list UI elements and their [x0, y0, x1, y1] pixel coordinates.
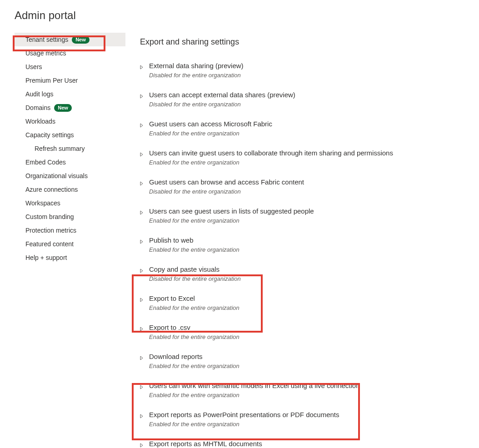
setting-status: Enabled for the entire organization — [149, 217, 470, 225]
sidebar-item-2[interactable]: Users — [15, 60, 125, 74]
setting-item-3[interactable]: Users can invite guest users to collabor… — [140, 145, 470, 174]
expand-icon — [140, 207, 149, 225]
sidebar: Tenant settingsNewUsage metricsUsersPrem… — [15, 31, 125, 448]
sidebar-item-16[interactable]: Help + support — [15, 251, 125, 264]
sidebar-item-0[interactable]: Tenant settingsNew — [15, 33, 125, 46]
setting-status: Disabled for the entire organization — [149, 71, 470, 80]
sidebar-item-7[interactable]: Capacity settings — [15, 128, 125, 142]
setting-status: Enabled for the entire organization — [149, 420, 470, 428]
setting-text: Export to ExcelEnabled for the entire or… — [149, 294, 470, 312]
sidebar-item-label: Workspaces — [25, 199, 60, 207]
sidebar-item-5[interactable]: DomainsNew — [15, 101, 125, 114]
setting-item-4[interactable]: Guest users can browse and access Fabric… — [140, 174, 470, 203]
sidebar-item-label: Featured content — [25, 240, 74, 248]
setting-item-11[interactable]: Users can work with semantic models in E… — [140, 378, 470, 407]
sidebar-item-15[interactable]: Featured content — [15, 237, 125, 251]
expand-icon — [140, 410, 149, 428]
setting-status: Disabled for the entire organization — [149, 275, 470, 283]
sidebar-item-label: Refresh summary — [35, 144, 85, 153]
setting-label: Export to Excel — [149, 294, 470, 303]
setting-item-13[interactable]: Export reports as MHTML documentsEnabled… — [140, 436, 470, 448]
setting-status: Disabled for the entire organization — [149, 188, 470, 196]
setting-status: Enabled for the entire organization — [149, 129, 470, 138]
setting-item-0[interactable]: External data sharing (preview)Disabled … — [140, 58, 470, 87]
sidebar-item-14[interactable]: Protection metrics — [15, 224, 125, 237]
sidebar-item-12[interactable]: Workspaces — [15, 196, 125, 210]
setting-label: Publish to web — [149, 236, 470, 245]
sidebar-item-label: Workloads — [25, 117, 55, 125]
main-content: Export and sharing settings External dat… — [125, 31, 479, 448]
setting-label: Download reports — [149, 352, 470, 361]
setting-text: Export to .csvEnabled for the entire org… — [149, 323, 470, 341]
sidebar-item-label: Embed Codes — [25, 158, 66, 166]
expand-icon — [140, 352, 149, 370]
setting-text: Users can invite guest users to collabor… — [149, 149, 470, 167]
setting-item-8[interactable]: Export to ExcelEnabled for the entire or… — [140, 290, 470, 319]
setting-item-2[interactable]: Guest users can access Microsoft FabricE… — [140, 116, 470, 145]
sidebar-item-label: Audit logs — [25, 90, 53, 98]
new-badge: New — [72, 36, 90, 44]
setting-text: Users can accept external data shares (p… — [149, 90, 470, 109]
sidebar-item-label: Capacity settings — [25, 131, 74, 139]
setting-status: Enabled for the entire organization — [149, 333, 470, 341]
setting-item-6[interactable]: Publish to webEnabled for the entire org… — [140, 232, 470, 261]
setting-label: Export reports as PowerPoint presentatio… — [149, 410, 470, 419]
setting-item-1[interactable]: Users can accept external data shares (p… — [140, 87, 470, 116]
setting-label: Guest users can browse and access Fabric… — [149, 178, 470, 187]
setting-text: Guest users can access Microsoft FabricE… — [149, 119, 470, 138]
setting-label: External data sharing (preview) — [149, 61, 470, 70]
page-title: Admin portal — [15, 9, 479, 22]
sidebar-item-6[interactable]: Workloads — [15, 114, 125, 128]
expand-icon — [140, 294, 149, 312]
setting-text: Users can see guest users in lists of su… — [149, 207, 470, 225]
setting-label: Users can see guest users in lists of su… — [149, 207, 470, 216]
setting-status: Enabled for the entire organization — [149, 391, 470, 399]
expand-icon — [140, 381, 149, 399]
sidebar-item-8[interactable]: Refresh summary — [15, 142, 125, 155]
sidebar-item-13[interactable]: Custom branding — [15, 210, 125, 224]
sidebar-item-label: Domains — [25, 104, 50, 112]
setting-label: Copy and paste visuals — [149, 265, 470, 274]
sidebar-item-label: Users — [25, 63, 42, 71]
setting-status: Enabled for the entire organization — [149, 246, 470, 254]
setting-text: Download reportsEnabled for the entire o… — [149, 352, 470, 370]
sidebar-item-label: Tenant settings — [25, 35, 68, 44]
setting-text: Copy and paste visualsDisabled for the e… — [149, 265, 470, 283]
sidebar-item-10[interactable]: Organizational visuals — [15, 169, 125, 183]
sidebar-item-label: Custom branding — [25, 213, 74, 221]
setting-label: Users can invite guest users to collabor… — [149, 149, 470, 158]
setting-status: Enabled for the entire organization — [149, 362, 470, 370]
setting-label: Guest users can access Microsoft Fabric — [149, 119, 470, 129]
setting-item-12[interactable]: Export reports as PowerPoint presentatio… — [140, 407, 470, 436]
expand-icon — [140, 323, 149, 341]
setting-status: Disabled for the entire organization — [149, 100, 470, 109]
expand-icon — [140, 178, 149, 196]
new-badge: New — [54, 104, 72, 112]
sidebar-item-label: Protection metrics — [25, 226, 76, 234]
expand-icon — [140, 149, 149, 167]
setting-item-9[interactable]: Export to .csvEnabled for the entire org… — [140, 319, 470, 348]
setting-item-5[interactable]: Users can see guest users in lists of su… — [140, 203, 470, 232]
sidebar-item-label: Usage metrics — [25, 49, 66, 57]
setting-text: Guest users can browse and access Fabric… — [149, 178, 470, 196]
expand-icon — [140, 439, 149, 448]
sidebar-item-label: Premium Per User — [25, 76, 78, 85]
sidebar-item-label: Help + support — [25, 254, 67, 262]
sidebar-item-1[interactable]: Usage metrics — [15, 46, 125, 60]
sidebar-item-11[interactable]: Azure connections — [15, 183, 125, 196]
expand-icon — [140, 61, 149, 80]
expand-icon — [140, 119, 149, 138]
expand-icon — [140, 265, 149, 283]
setting-text: Export reports as PowerPoint presentatio… — [149, 410, 470, 428]
sidebar-item-label: Organizational visuals — [25, 172, 88, 180]
setting-label: Export to .csv — [149, 323, 470, 332]
sidebar-item-9[interactable]: Embed Codes — [15, 155, 125, 169]
expand-icon — [140, 90, 149, 109]
setting-text: Users can work with semantic models in E… — [149, 381, 470, 399]
setting-item-7[interactable]: Copy and paste visualsDisabled for the e… — [140, 261, 470, 290]
sidebar-item-3[interactable]: Premium Per User — [15, 74, 125, 87]
setting-text: External data sharing (preview)Disabled … — [149, 61, 470, 80]
sidebar-item-4[interactable]: Audit logs — [15, 87, 125, 101]
setting-status: Enabled for the entire organization — [149, 159, 470, 167]
setting-item-10[interactable]: Download reportsEnabled for the entire o… — [140, 348, 470, 378]
